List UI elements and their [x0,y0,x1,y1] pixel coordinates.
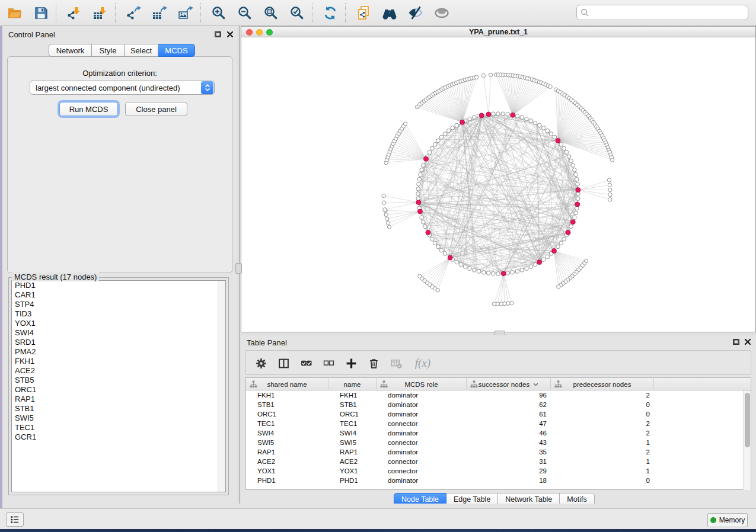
zoom-fit-button[interactable] [262,4,280,22]
table-cell: connector [377,438,467,447]
table-row[interactable]: SWI4SWI4dominator462 [246,428,751,438]
column-header-shared-name[interactable]: shared name [246,378,328,390]
mcds-result-item[interactable]: SWI5 [12,414,225,423]
save-session-button[interactable] [32,4,50,22]
settings-gear-button[interactable] [253,355,269,371]
table-cell: dominator [377,476,467,485]
unselect-all-button[interactable] [321,355,336,371]
search-input[interactable] [589,7,748,18]
table-cell: SWI4 [328,428,377,438]
column-header-predecessor-nodes[interactable]: predecessor nodes [551,378,654,390]
unselect-all-icon [323,358,334,369]
zoom-in-icon [211,5,227,21]
list-icon [9,514,20,525]
mcds-result-item[interactable]: GCR1 [12,432,225,442]
mcds-result-item[interactable]: TID3 [12,309,225,319]
table-cell: RAP1 [328,447,377,457]
network-canvas[interactable] [241,37,755,332]
zoom-fit-icon [263,5,279,21]
mcds-result-item[interactable]: STB1 [12,404,225,414]
tab-style[interactable]: Style [92,44,125,57]
select-all-button[interactable] [298,355,314,371]
table-cell: 0 [551,400,654,409]
search-box[interactable] [576,5,748,20]
column-header-MCDS-role[interactable]: MCDS role [377,378,467,390]
mcds-result-item[interactable]: SRD1 [12,338,225,347]
float-panel-icon[interactable] [733,339,739,345]
duplicate-network-button[interactable] [355,4,372,22]
zoom-in-button[interactable] [210,4,228,22]
export-image-icon [178,5,193,21]
memory-label: Memory [719,516,745,524]
add-column-button[interactable] [343,355,359,371]
show-column-button[interactable] [276,355,291,371]
open-file-button[interactable] [6,4,24,22]
import-table-button[interactable] [91,4,109,22]
table-cell: 1 [551,438,654,447]
table-row[interactable]: ORC1ORC1dominator610 [246,409,751,419]
list-scrollbar[interactable] [218,281,225,492]
tab-select[interactable]: Select [125,44,158,57]
mcds-result-item[interactable]: PMA2 [12,347,225,357]
table-cell: 1 [551,457,654,466]
optimization-criterion-label: Optimization criterion: [8,69,232,78]
column-header-successor-nodes[interactable]: successor nodes [467,378,551,390]
task-history-button[interactable] [6,512,24,527]
zoom-out-button[interactable] [236,4,254,22]
table-row[interactable]: YOX1YOX1connector291 [246,466,751,476]
tab-mcds[interactable]: MCDS [158,44,195,57]
close-panel-icon[interactable] [744,338,751,345]
table-row[interactable]: SWI5SWI5connector431 [246,438,751,447]
show-column-icon [278,358,289,369]
mcds-result-list[interactable]: PHD1CAR1STP4TID3YOX1SWI4SRD1PMA2FKH1ACE2… [11,280,226,492]
mcds-result-item[interactable]: ACE2 [12,366,225,376]
mcds-result-item[interactable]: STP4 [12,300,225,309]
scrollbar-thumb[interactable] [745,393,750,447]
memory-button[interactable]: Memory [707,513,748,527]
mcds-result-item[interactable]: CAR1 [12,290,225,300]
run-mcds-button[interactable]: Run MCDS [59,102,118,116]
zoom-selected-button[interactable] [288,4,306,22]
export-image-button[interactable] [177,4,194,22]
close-panel-button[interactable]: Close panel [125,102,187,116]
mcds-result-item[interactable]: RAP1 [12,395,225,404]
table-cell: TEC1 [328,419,377,428]
search-objects-icon [382,5,397,21]
table-row[interactable]: RAP1RAP1dominator352 [246,447,751,457]
toolbar-separator [312,3,312,23]
table-scrollbar[interactable] [743,390,751,490]
control-panel-tabs: NetworkStyleSelectMCDS [49,44,195,57]
column-header-name[interactable]: name [328,378,377,390]
tab-network[interactable]: Network [49,44,92,57]
mcds-result-item[interactable]: ORC1 [12,385,225,395]
mcds-result-item[interactable]: YOX1 [12,319,225,328]
mcds-result-item[interactable]: TEC1 [12,423,225,432]
table-cell: YOX1 [246,466,328,476]
mcds-result-item[interactable]: STB5 [12,376,225,385]
delete-column-button[interactable] [366,355,381,371]
table-row[interactable]: STB1STB1dominator620 [246,400,751,409]
table-row[interactable]: PHD1PHD1dominator180 [246,476,751,485]
table-cell: YOX1 [328,466,377,476]
export-table-button[interactable] [151,4,168,22]
table-row[interactable]: ACE2ACE2connector311 [246,457,751,466]
close-panel-icon[interactable] [227,31,234,38]
table-row[interactable]: TEC1TEC1connector472 [246,419,751,428]
toggle-visibility-button[interactable] [407,4,425,22]
search-objects-button[interactable] [381,4,398,22]
float-panel-icon[interactable] [215,31,221,37]
mcds-result-item[interactable]: SWI4 [12,328,225,338]
mcds-result-item[interactable]: PHD1 [12,281,225,290]
mcds-result-item[interactable]: FKH1 [12,357,225,366]
optimization-criterion-dropdown[interactable]: largest connected component (undirected) [30,81,215,95]
control-panel-title: Control Panel [8,30,55,39]
table-body: FKH1FKH1dominator962STB1STB1dominator620… [246,390,751,485]
import-network-button[interactable] [65,4,83,22]
export-network-button[interactable] [125,4,142,22]
refresh-button[interactable] [321,4,339,22]
zoom-out-icon [237,5,253,21]
splitter-handle[interactable] [235,263,242,274]
table-row[interactable]: FKH1FKH1dominator962 [246,390,751,400]
preview-button[interactable] [433,4,451,22]
table-cell: 61 [467,409,551,419]
